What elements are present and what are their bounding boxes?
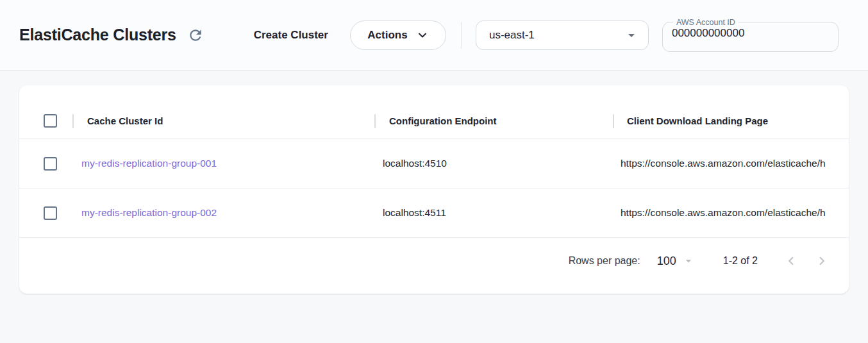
rows-per-page-value: 100 xyxy=(657,255,676,268)
region-selected-value: us-east-1 xyxy=(489,29,535,42)
cell-client-download-landing-page: https://console.aws.amazon.com/elasticac… xyxy=(613,158,849,169)
row-checkbox[interactable] xyxy=(44,157,57,171)
cluster-link[interactable]: my-redis-replication-group-002 xyxy=(81,207,217,218)
column-separator xyxy=(72,114,74,128)
clusters-table-card: Cache Cluster Id Configuration Endpoint … xyxy=(19,85,849,294)
next-page-button[interactable] xyxy=(809,248,835,274)
table-row: my-redis-replication-group-002 localhost… xyxy=(19,188,849,238)
actions-label: Actions xyxy=(367,29,407,42)
page-title: ElastiCache Clusters xyxy=(19,26,176,44)
cell-configuration-endpoint: localhost:4510 xyxy=(375,158,613,169)
aws-account-id-input[interactable] xyxy=(672,27,830,40)
rows-per-page-select[interactable]: 100 xyxy=(657,255,695,268)
aws-account-id-field: AWS Account ID xyxy=(662,19,839,52)
cell-client-download-landing-page: https://console.aws.amazon.com/elasticac… xyxy=(613,207,849,219)
row-checkbox-cell xyxy=(19,157,73,171)
table-header-row: Cache Cluster Id Configuration Endpoint … xyxy=(19,103,849,139)
pagination-range-label: 1-2 of 2 xyxy=(723,255,758,267)
region-select[interactable]: us-east-1 xyxy=(476,21,649,50)
refresh-button[interactable] xyxy=(187,26,204,44)
chevron-down-icon xyxy=(416,29,429,42)
select-all-checkbox[interactable] xyxy=(44,114,57,128)
rows-per-page-label: Rows per page: xyxy=(569,255,640,267)
column-header-cache-cluster-id[interactable]: Cache Cluster Id xyxy=(73,115,375,126)
row-checkbox-cell xyxy=(19,206,73,220)
table-pagination: Rows per page: 100 1-2 of 2 xyxy=(19,238,849,284)
aws-account-id-label: AWS Account ID xyxy=(673,19,739,27)
refresh-icon xyxy=(187,27,204,44)
table-row: my-redis-replication-group-001 localhost… xyxy=(19,139,849,188)
row-checkbox[interactable] xyxy=(44,206,57,220)
create-cluster-button[interactable]: Create Cluster xyxy=(254,29,328,42)
actions-dropdown-button[interactable]: Actions xyxy=(350,21,446,50)
cell-cache-cluster-id: my-redis-replication-group-001 xyxy=(73,158,375,169)
cluster-link[interactable]: my-redis-replication-group-001 xyxy=(81,158,217,169)
rows-per-page-caret-icon xyxy=(682,255,695,267)
chevron-left-icon xyxy=(783,253,799,269)
column-separator xyxy=(613,114,614,128)
column-separator xyxy=(374,114,376,128)
cell-configuration-endpoint: localhost:4511 xyxy=(375,207,613,219)
previous-page-button[interactable] xyxy=(778,248,804,274)
chevron-right-icon xyxy=(814,253,830,269)
header-divider xyxy=(461,22,462,49)
cell-cache-cluster-id: my-redis-replication-group-002 xyxy=(73,207,375,219)
header-checkbox-cell xyxy=(19,114,73,128)
top-header-bar: ElastiCache Clusters Create Cluster Acti… xyxy=(0,0,868,71)
column-header-configuration-endpoint[interactable]: Configuration Endpoint xyxy=(375,115,613,126)
dropdown-caret-icon xyxy=(624,28,639,43)
column-header-client-download-landing-page[interactable]: Client Download Landing Page xyxy=(613,115,849,126)
